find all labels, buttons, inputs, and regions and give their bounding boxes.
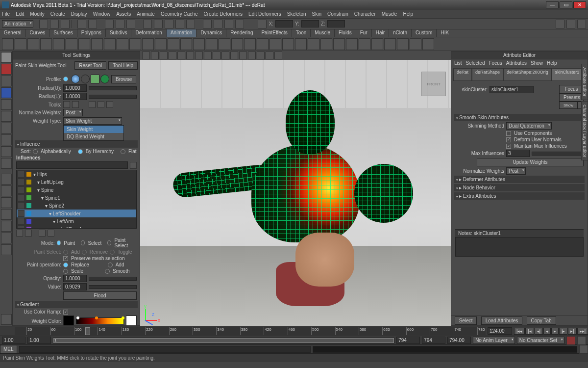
vp-select-camera-icon[interactable] (142, 52, 150, 59)
character-set-dropdown[interactable]: No Character Set (517, 337, 564, 344)
shelf-icon[interactable] (270, 38, 281, 50)
value-slider[interactable] (89, 285, 137, 289)
vp-isolate-icon[interactable] (248, 52, 256, 59)
menu-display[interactable]: Display (71, 11, 87, 17)
shelf-icon[interactable] (410, 38, 421, 50)
last-tool-icon[interactable] (1, 158, 12, 169)
go-to-end-button[interactable]: ▸▸| (577, 328, 588, 335)
show-manip-tool-icon[interactable] (1, 146, 12, 157)
tool-clone-icon[interactable] (106, 101, 113, 108)
layout-four-icon[interactable] (1, 185, 12, 196)
shelf-icon[interactable] (282, 38, 294, 50)
snap-grid-icon[interactable] (143, 20, 152, 28)
input-x[interactable] (275, 20, 293, 27)
auto-key-icon[interactable] (566, 336, 575, 345)
menu-edit-deformers[interactable]: Edit Deformers (248, 11, 281, 17)
frame-all-icon[interactable] (1, 314, 12, 325)
use-color-ramp-checkbox[interactable] (63, 310, 68, 315)
close-button[interactable]: ✕ (573, 1, 586, 8)
ae-load-button[interactable]: Load Attributes (481, 316, 523, 325)
brush-gaussian-icon[interactable] (71, 75, 80, 83)
shelf-icon[interactable] (346, 38, 358, 50)
tool-brush-icon[interactable] (63, 101, 70, 108)
radius-u-input[interactable] (63, 84, 87, 92)
shelf-icon[interactable] (180, 38, 192, 50)
prefs-icon[interactable] (577, 336, 586, 345)
menu-character[interactable]: Character (354, 11, 376, 17)
vp-lights-icon[interactable] (230, 52, 238, 59)
shelf-tab-custom[interactable]: Custom (412, 29, 437, 37)
anim-end-input2[interactable] (447, 337, 471, 344)
browse-button[interactable]: Browse (111, 75, 136, 83)
shelf-icon[interactable] (206, 38, 218, 50)
shelf-icon[interactable] (422, 38, 434, 50)
step-forward-button[interactable]: |▸ (559, 328, 567, 335)
layout-custom2-icon[interactable] (1, 209, 12, 220)
time-ruler[interactable]: 2060100140180220260300340380420460500540… (15, 327, 486, 335)
shelf-icon[interactable] (244, 38, 256, 50)
paint-op-smooth-radio[interactable] (105, 269, 110, 274)
shelf-icon[interactable] (40, 38, 52, 50)
profile-radio[interactable] (63, 77, 68, 81)
vp-textured-icon[interactable] (221, 52, 229, 59)
vp-shadows-icon[interactable] (239, 52, 247, 59)
ae-normalize-dropdown[interactable]: Post (506, 167, 526, 175)
render-settings-icon[interactable] (235, 20, 244, 28)
toggle-tool-settings-icon[interactable] (566, 20, 575, 28)
radius-u-slider[interactable] (89, 86, 137, 90)
sort-hierarchy-radio[interactable] (78, 149, 83, 154)
shelf-tab-animation[interactable]: Animation (167, 29, 196, 37)
mode-select-radio[interactable] (81, 240, 85, 245)
opacity-slider[interactable] (89, 277, 137, 281)
menu-help[interactable]: Help (403, 11, 413, 17)
redo-icon[interactable] (88, 20, 97, 28)
menu-edit[interactable]: Edit (16, 11, 24, 17)
shelf-icon[interactable] (155, 38, 167, 50)
viewport-scene[interactable]: FRONT x y z (140, 60, 451, 326)
select-by-hierarchy-icon[interactable] (105, 20, 114, 28)
menu-muscle[interactable]: Muscle (382, 11, 397, 17)
deformer-attrs-section[interactable]: ▸ Deformer Attributes (454, 176, 585, 183)
menu-assets[interactable]: Assets (116, 11, 131, 17)
use-components-checkbox[interactable] (506, 131, 511, 136)
influence-row-spine2[interactable]: ▾ Spine2 (17, 202, 136, 210)
shelf-tab-hair[interactable]: Hair (372, 29, 389, 37)
vp-safe-title-icon[interactable] (195, 52, 203, 59)
shelf-tab-surfaces[interactable]: Surfaces (49, 29, 77, 37)
vp-image-plane-icon[interactable] (160, 52, 168, 59)
anim-start-input[interactable] (2, 337, 25, 344)
side-tab-attr-editor[interactable]: Attribute Editor (581, 64, 588, 100)
shelf-tab-muscle[interactable]: Muscle (311, 29, 335, 37)
snap-curve-icon[interactable] (154, 20, 163, 28)
shelf-icon[interactable] (397, 38, 409, 50)
maximize-button[interactable]: ▭ (560, 1, 572, 8)
paint-op-add-radio[interactable] (108, 263, 113, 267)
reset-tool-button[interactable]: Reset Tool (74, 61, 106, 70)
shelf-icon[interactable] (219, 38, 230, 50)
input-y[interactable] (301, 20, 319, 27)
shelf-tab-toon[interactable]: Toon (292, 29, 311, 37)
radius-l-input[interactable] (63, 93, 87, 100)
menu-file[interactable]: File (2, 11, 10, 17)
manip-tool-icon[interactable] (1, 123, 12, 133)
inf-lock-icon[interactable] (16, 230, 23, 237)
max-influences-slider[interactable] (532, 152, 584, 156)
layout-custom5-icon[interactable] (1, 244, 12, 255)
shelf-icon[interactable] (371, 38, 383, 50)
paint-op-replace-radio[interactable] (63, 263, 68, 267)
step-back-key-button[interactable]: |◂ (525, 328, 534, 335)
tool-help-button[interactable]: Tool Help (108, 61, 138, 70)
weight-color-gradient[interactable] (76, 317, 124, 324)
shelf-icon[interactable] (66, 38, 77, 50)
playback-end-input[interactable] (396, 337, 420, 344)
sort-flat-radio[interactable] (121, 149, 125, 154)
shelf-tab-curves[interactable]: Curves (26, 29, 50, 37)
tool-erase-icon[interactable] (98, 101, 104, 108)
influence-row-leftshoulder[interactable]: ▾ LeftShoulder (17, 210, 136, 217)
open-scene-icon[interactable] (50, 20, 59, 28)
menu-animate[interactable]: Animate (137, 11, 155, 17)
deform-normals-checkbox[interactable] (506, 137, 511, 142)
preserve-mesh-checkbox[interactable] (63, 256, 68, 261)
shelf-tab-subdivs[interactable]: Subdivs (106, 29, 132, 37)
influence-row-leftupleg[interactable]: ▾ LeftUpLeg (17, 178, 136, 186)
